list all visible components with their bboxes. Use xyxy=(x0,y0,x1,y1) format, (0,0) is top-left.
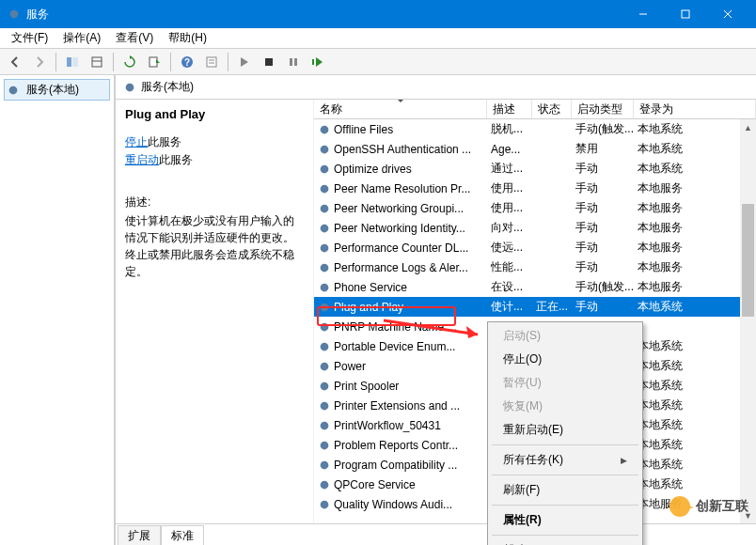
tree-node-services-local[interactable]: 服务(本地) xyxy=(4,79,110,101)
watermark-text: 创新互联 xyxy=(696,498,748,515)
col-name[interactable]: 名称 xyxy=(314,100,487,118)
menu-view[interactable]: 查看(V) xyxy=(108,30,161,46)
context-menu: 启动(S) 停止(O) 暂停(U) 恢复(M) 重新启动(E) 所有任务(K)▶… xyxy=(487,321,643,545)
svg-point-51 xyxy=(323,384,326,388)
menu-file[interactable]: 文件(F) xyxy=(4,30,55,46)
col-desc[interactable]: 描述 xyxy=(487,100,532,118)
tab-standard[interactable]: 标准 xyxy=(161,525,204,545)
ctx-resume: 恢复(M) xyxy=(490,395,640,418)
service-row[interactable]: Peer Networking Identity...向对...手动本地服务 xyxy=(314,218,756,238)
menubar: 文件(F) 操作(A) 查看(V) 帮助(H) xyxy=(0,28,756,49)
svg-point-31 xyxy=(323,187,326,191)
svg-point-33 xyxy=(323,207,326,210)
svg-point-55 xyxy=(323,424,326,428)
svg-rect-3 xyxy=(682,10,689,18)
ctx-start: 启动(S) xyxy=(490,324,640,348)
svg-point-63 xyxy=(323,503,326,506)
svg-point-59 xyxy=(323,463,326,467)
window-title: 服务 xyxy=(26,7,622,23)
service-row[interactable]: Phone Service在设...手动(触发...本地服务 xyxy=(314,277,756,297)
svg-point-61 xyxy=(323,483,326,487)
svg-point-35 xyxy=(323,226,326,230)
col-login[interactable]: 登录为 xyxy=(634,100,756,118)
scroll-up-icon[interactable]: ▲ xyxy=(740,119,756,135)
minimize-button[interactable] xyxy=(622,0,664,28)
svg-rect-17 xyxy=(290,58,292,66)
menu-help[interactable]: 帮助(H) xyxy=(161,30,214,46)
properties-button[interactable] xyxy=(200,51,223,73)
svg-point-37 xyxy=(323,246,326,250)
list-header: 名称 描述 状态 启动类型 登录为 xyxy=(314,100,756,119)
service-row[interactable]: Peer Name Resolution Pr...使用...手动本地服务 xyxy=(314,179,756,198)
app-icon xyxy=(8,8,21,21)
restart-service-button[interactable] xyxy=(307,51,329,73)
description-label: 描述: xyxy=(125,195,304,210)
tree-pane: 服务(本地) xyxy=(0,75,115,545)
svg-rect-7 xyxy=(72,57,78,67)
detail-pane: Plug and Play 停止此服务 重启动此服务 描述: 使计算机在极少或没… xyxy=(116,100,313,523)
svg-text:?: ? xyxy=(184,57,190,68)
svg-point-1 xyxy=(12,12,16,16)
svg-point-41 xyxy=(323,286,326,289)
col-start[interactable]: 启动类型 xyxy=(572,100,634,118)
svg-point-43 xyxy=(323,305,326,309)
forward-button[interactable] xyxy=(28,51,51,73)
ctx-all-tasks[interactable]: 所有任务(K)▶ xyxy=(490,448,640,472)
close-button[interactable] xyxy=(706,0,748,28)
restart-link[interactable]: 重启动 xyxy=(125,153,159,166)
ctx-help[interactable]: 帮助(H) xyxy=(490,538,640,545)
export-button[interactable] xyxy=(86,51,108,73)
svg-rect-19 xyxy=(312,59,314,65)
titlebar: 服务 xyxy=(0,0,756,28)
tab-bar: 扩展 标准 xyxy=(116,523,756,545)
svg-point-25 xyxy=(323,128,326,132)
service-row[interactable]: Plug and Play使计...正在...手动本地系统 xyxy=(314,297,756,317)
start-service-button[interactable] xyxy=(233,51,256,73)
svg-point-39 xyxy=(323,266,326,270)
svg-rect-18 xyxy=(294,58,297,66)
watermark: 创新互联 xyxy=(669,496,748,517)
stop-link[interactable]: 停止 xyxy=(125,135,148,148)
maximize-button[interactable] xyxy=(664,0,706,28)
svg-rect-13 xyxy=(207,57,216,67)
right-pane: 服务(本地) Plug and Play 停止此服务 重启动此服务 描述: 使计… xyxy=(115,75,756,545)
svg-point-29 xyxy=(323,167,326,171)
back-button[interactable] xyxy=(4,51,26,73)
export-list-button[interactable] xyxy=(143,51,165,73)
ctx-pause: 暂停(U) xyxy=(490,371,640,395)
tree-node-label: 服务(本地) xyxy=(26,82,79,98)
service-row[interactable]: Peer Networking Groupi...使用...手动本地服务 xyxy=(314,198,756,218)
tab-extended[interactable]: 扩展 xyxy=(118,525,161,545)
service-row[interactable]: Performance Counter DL...使远...手动本地服务 xyxy=(314,238,756,257)
right-header: 服务(本地) xyxy=(116,75,756,100)
svg-point-45 xyxy=(323,325,326,329)
stop-service-button[interactable] xyxy=(258,51,280,73)
submenu-arrow-icon: ▶ xyxy=(621,456,627,465)
service-row[interactable]: Performance Logs & Aler...性能...手动本地服务 xyxy=(314,257,756,277)
show-hide-tree-button[interactable] xyxy=(61,51,84,73)
svg-rect-16 xyxy=(265,58,273,66)
scroll-thumb[interactable] xyxy=(742,204,754,317)
col-status[interactable]: 状态 xyxy=(532,100,572,118)
ctx-refresh[interactable]: 刷新(F) xyxy=(490,478,640,502)
ctx-properties[interactable]: 属性(R) xyxy=(490,508,640,532)
help-button[interactable]: ? xyxy=(176,51,198,73)
svg-point-23 xyxy=(128,86,132,89)
svg-point-57 xyxy=(323,444,326,447)
svg-rect-10 xyxy=(150,57,157,67)
pause-service-button[interactable] xyxy=(282,51,305,73)
ctx-restart[interactable]: 重新启动(E) xyxy=(490,418,640,442)
menu-action[interactable]: 操作(A) xyxy=(55,30,108,46)
svg-rect-8 xyxy=(92,57,102,67)
watermark-logo-icon xyxy=(669,496,690,517)
service-row[interactable]: Optimize drives通过...手动本地系统 xyxy=(314,159,756,179)
ctx-stop[interactable]: 停止(O) xyxy=(490,348,640,371)
vertical-scrollbar[interactable]: ▲ ▼ xyxy=(740,119,756,523)
service-row[interactable]: OpenSSH Authentication ...Age...禁用本地系统 xyxy=(314,139,756,159)
svg-point-21 xyxy=(11,88,15,92)
refresh-button[interactable] xyxy=(118,51,141,73)
svg-point-49 xyxy=(323,365,326,368)
service-row[interactable]: Offline Files脱机...手动(触发...本地系统 xyxy=(314,119,756,139)
description-text: 使计算机在极少或没有用户输入的情况下能识别并适应硬件的更改。终止或禁用此服务会造… xyxy=(125,212,304,280)
svg-point-53 xyxy=(323,404,326,408)
